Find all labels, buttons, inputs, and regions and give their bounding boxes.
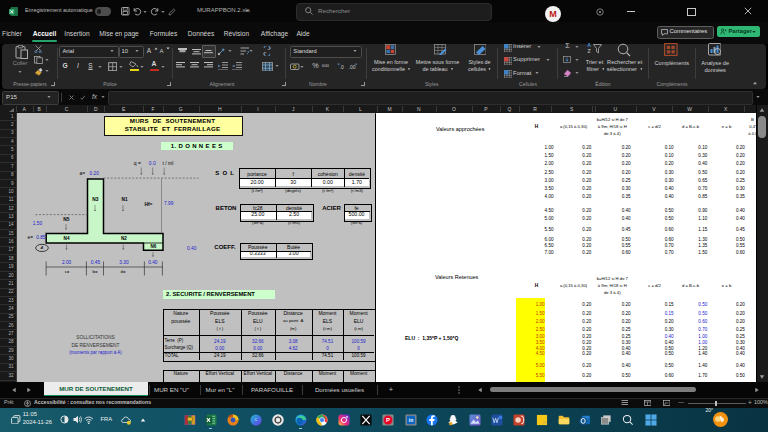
svg-text:P: P xyxy=(386,417,390,423)
svg-text:in: in xyxy=(408,417,413,423)
svg-text:.0: .0 xyxy=(339,63,343,69)
